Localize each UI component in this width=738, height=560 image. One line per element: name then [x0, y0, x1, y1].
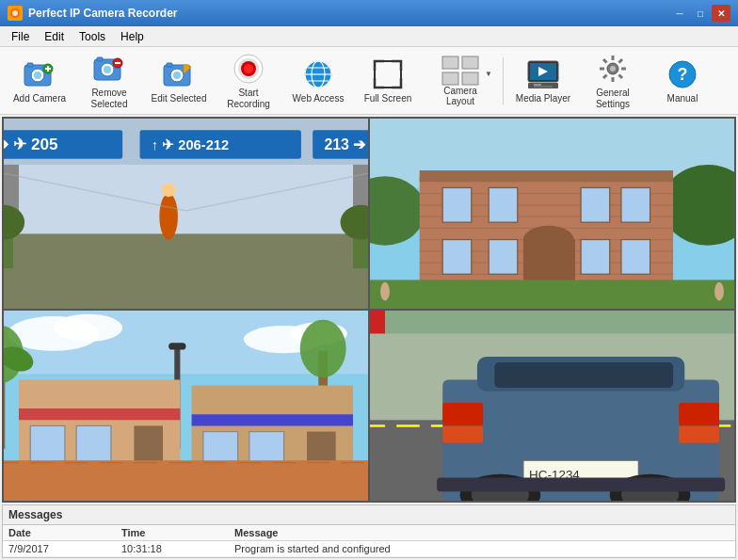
menu-tools[interactable]: Tools: [72, 28, 113, 45]
svg-rect-140: [679, 403, 719, 425]
svg-text:?: ?: [678, 65, 688, 84]
svg-rect-92: [489, 240, 518, 275]
start-recording-label: Start Recording: [219, 88, 278, 110]
svg-rect-94: [621, 240, 650, 275]
svg-rect-98: [370, 280, 734, 309]
toolbar: Add Camera Remove Selected: [0, 47, 738, 115]
messages-table: Date Time Message 7/9/2017 10:31:18 Prog…: [3, 525, 735, 557]
settings-icon: [596, 52, 630, 86]
svg-rect-5: [27, 63, 33, 67]
edit-icon: [162, 57, 196, 91]
menu-file[interactable]: File: [4, 28, 37, 45]
svg-line-50: [603, 74, 607, 78]
svg-point-104: [54, 314, 122, 342]
svg-point-112: [300, 320, 346, 377]
svg-text:➔ ✈ 205: ➔ ✈ 205: [4, 135, 58, 153]
camera-layout-label: Camera Layout: [428, 86, 492, 106]
svg-point-65: [162, 184, 176, 198]
general-settings-button[interactable]: General Settings: [579, 52, 647, 110]
camera-cell-2[interactable]: [369, 118, 735, 310]
svg-text:↑ ✈ 206-212: ↑ ✈ 206-212: [152, 137, 229, 152]
svg-line-47: [603, 59, 607, 63]
message-text: Program is started and configured: [229, 541, 735, 557]
svg-point-100: [714, 282, 724, 301]
svg-rect-139: [442, 425, 483, 442]
svg-marker-118: [192, 414, 353, 425]
svg-point-64: [159, 194, 178, 240]
full-screen-label: Full Screen: [359, 93, 417, 104]
camera-grid: ➔ ✈ 205 ↑ ✈ 206-212 213 ➔: [2, 117, 736, 503]
svg-rect-34: [462, 72, 478, 85]
remove-selected-label: Remove Selected: [80, 88, 138, 110]
media-player-button[interactable]: Media Player: [509, 52, 577, 110]
menu-edit[interactable]: Edit: [37, 28, 72, 45]
svg-rect-90: [621, 187, 650, 222]
svg-rect-93: [581, 240, 610, 275]
web-icon: [301, 57, 335, 91]
app-icon: [8, 6, 23, 21]
camera-cell-3[interactable]: [3, 310, 369, 502]
fullscreen-icon: [371, 57, 405, 91]
full-screen-button[interactable]: Full Screen: [354, 52, 422, 110]
manual-button[interactable]: ? Manual: [649, 52, 716, 110]
layout-icon: [441, 56, 479, 86]
maximize-button[interactable]: □: [691, 5, 710, 22]
main-content: ➔ ✈ 205 ↑ ✈ 206-212 213 ➔: [0, 115, 738, 560]
minimize-button[interactable]: ─: [670, 5, 689, 22]
edit-selected-label: Edit Selected: [150, 93, 208, 104]
svg-rect-138: [442, 403, 483, 425]
svg-rect-38: [528, 83, 558, 88]
camera-cell-4[interactable]: STOP HC-1234: [369, 310, 735, 502]
camera-layout-button[interactable]: ▼ Camera Layout: [424, 52, 497, 110]
dropdown-arrow-icon: ▼: [485, 70, 492, 78]
app-title: Perfect IP Camera Recorder: [28, 7, 178, 20]
svg-rect-91: [442, 240, 472, 275]
svg-rect-125: [4, 460, 368, 501]
menu-help[interactable]: Help: [113, 28, 152, 45]
message-time: 10:31:18: [116, 541, 229, 557]
message-date: 7/9/2017: [3, 541, 116, 557]
manual-label: Manual: [653, 93, 712, 104]
svg-line-48: [619, 74, 623, 78]
manual-icon: ?: [666, 57, 699, 91]
svg-point-4: [34, 72, 41, 79]
add-camera-button[interactable]: Add Camera: [6, 52, 73, 110]
window-controls: ─ □ ✕: [670, 5, 730, 22]
record-icon: [232, 52, 265, 86]
svg-point-42: [610, 66, 616, 72]
svg-point-96: [523, 226, 574, 253]
svg-rect-30: [375, 61, 401, 88]
media-player-label: Media Player: [514, 93, 572, 104]
start-recording-button[interactable]: Start Recording: [215, 52, 282, 110]
remove-icon: [92, 52, 126, 86]
messages-header: Messages: [3, 505, 735, 525]
svg-point-11: [104, 66, 111, 73]
svg-point-17: [173, 72, 181, 79]
camera-cell-1[interactable]: ➔ ✈ 205 ↑ ✈ 206-212 213 ➔: [3, 118, 369, 310]
svg-rect-89: [581, 187, 610, 222]
web-access-label: Web Access: [289, 93, 347, 104]
web-access-button[interactable]: Web Access: [284, 52, 352, 110]
svg-rect-141: [679, 425, 719, 442]
edit-selected-button[interactable]: Edit Selected: [145, 52, 213, 110]
close-button[interactable]: ✕: [712, 5, 730, 22]
svg-rect-88: [489, 187, 518, 222]
svg-rect-114: [168, 343, 185, 349]
svg-rect-32: [462, 56, 478, 69]
svg-rect-12: [97, 57, 103, 61]
svg-rect-18: [167, 63, 172, 67]
svg-rect-33: [442, 72, 458, 85]
add-camera-icon: [23, 57, 56, 91]
add-camera-label: Add Camera: [10, 93, 69, 104]
svg-rect-137: [494, 362, 673, 388]
column-header-date: Date: [3, 525, 116, 541]
toolbar-separator: [503, 57, 504, 104]
svg-point-1: [12, 10, 18, 16]
svg-rect-87: [442, 187, 472, 222]
remove-selected-button[interactable]: Remove Selected: [75, 52, 143, 110]
svg-rect-97: [420, 170, 673, 182]
svg-point-99: [380, 282, 390, 301]
svg-text:213 ➔: 213 ➔: [324, 136, 366, 152]
column-header-message: Message: [229, 525, 735, 541]
general-settings-label: General Settings: [584, 88, 642, 110]
